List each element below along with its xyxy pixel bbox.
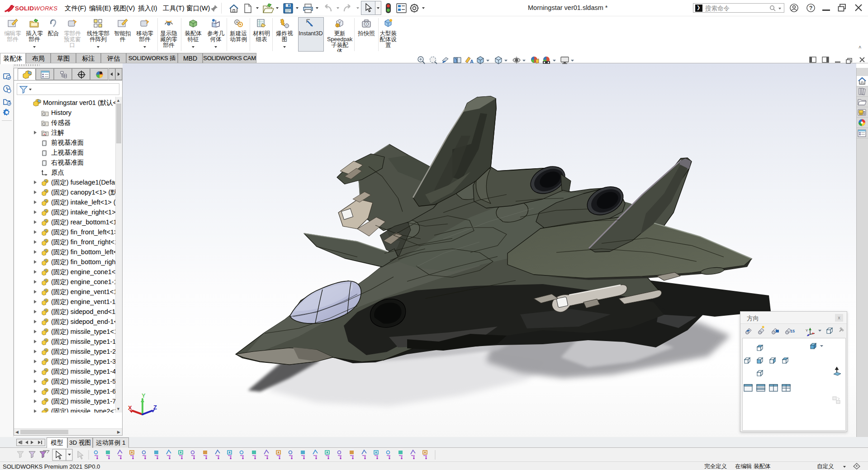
svg-text:Y: Y — [806, 328, 808, 332]
svg-text:?: ? — [809, 5, 813, 11]
svg-text:!: ! — [337, 24, 338, 27]
svg-text:X: X — [128, 404, 132, 411]
svg-text:15: 15 — [790, 329, 795, 333]
svg-text:A: A — [470, 59, 474, 64]
svg-text:Z: Z — [153, 404, 157, 411]
svg-text:A: A — [43, 133, 46, 136]
svg-text:Y: Y — [142, 392, 146, 399]
